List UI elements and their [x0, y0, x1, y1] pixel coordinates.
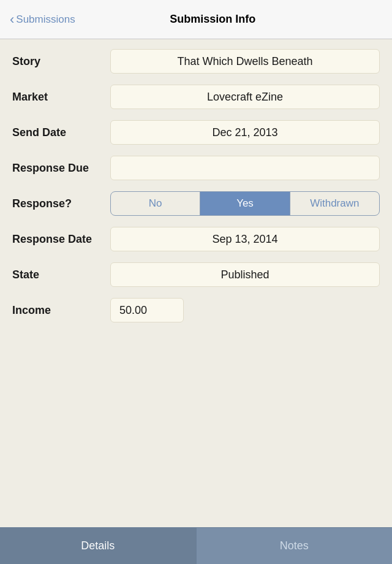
state-label: State [12, 269, 110, 281]
state-value[interactable]: Published [110, 262, 380, 287]
story-value[interactable]: That Which Dwells Beneath [110, 49, 380, 74]
navigation-bar: ‹ Submissions Submission Info [0, 0, 392, 39]
send-date-label: Send Date [12, 126, 110, 139]
tab-bar: Details Notes [0, 527, 392, 564]
income-row: Income 50.00 [12, 298, 380, 322]
response-yes-button[interactable]: Yes [200, 192, 289, 215]
story-row: Story That Which Dwells Beneath [12, 49, 380, 74]
send-date-value[interactable]: Dec 21, 2013 [110, 120, 380, 145]
send-date-row: Send Date Dec 21, 2013 [12, 120, 380, 145]
response-label: Response? [12, 197, 110, 210]
back-label: Submissions [16, 13, 75, 26]
response-segmented-control[interactable]: No Yes Withdrawn [110, 191, 380, 216]
tab-details[interactable]: Details [0, 528, 196, 564]
back-chevron-icon: ‹ [10, 13, 14, 26]
response-date-row: Response Date Sep 13, 2014 [12, 227, 380, 251]
income-value[interactable]: 50.00 [110, 298, 184, 322]
market-label: Market [12, 91, 110, 104]
form-section: Story That Which Dwells Beneath Market L… [0, 39, 392, 343]
response-due-row: Response Due [12, 156, 380, 180]
market-value[interactable]: Lovecraft eZine [110, 85, 380, 109]
form-content: Story That Which Dwells Beneath Market L… [0, 39, 392, 527]
response-withdrawn-button[interactable]: Withdrawn [290, 192, 379, 215]
back-button[interactable]: ‹ Submissions [10, 13, 75, 26]
response-due-value[interactable] [110, 156, 380, 180]
story-label: Story [12, 55, 110, 68]
income-label: Income [12, 304, 110, 317]
response-date-label: Response Date [12, 233, 110, 246]
response-row: Response? No Yes Withdrawn [12, 191, 380, 216]
response-due-label: Response Due [12, 162, 110, 175]
tab-notes[interactable]: Notes [196, 528, 393, 564]
market-row: Market Lovecraft eZine [12, 85, 380, 109]
response-no-button[interactable]: No [111, 192, 200, 215]
response-date-value[interactable]: Sep 13, 2014 [110, 227, 380, 251]
page-title: Submission Info [80, 13, 345, 26]
state-row: State Published [12, 262, 380, 287]
